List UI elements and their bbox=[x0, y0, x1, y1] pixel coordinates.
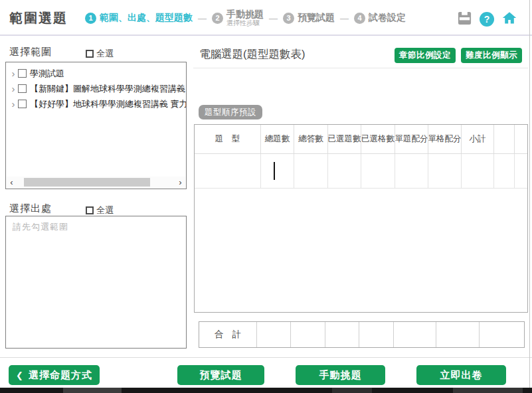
back-to-method-button[interactable]: ❮ 選擇命題方式 bbox=[9, 365, 100, 385]
difficulty-ratio-button[interactable]: 難度比例顯示 bbox=[461, 48, 522, 63]
horizontal-scrollbar[interactable]: ‹ › bbox=[7, 177, 185, 188]
total-cell bbox=[325, 322, 359, 347]
step-separator: — bbox=[269, 13, 278, 23]
range-listbox: › 學測試題 › 【新關鍵】圖解地球科學學測總複習講義 › 【好好學】地球科學學… bbox=[5, 62, 187, 189]
tree-item-label: 【好好學】地球科學學測總複習講義 實力 bbox=[30, 98, 186, 110]
total-row: 合 計 bbox=[199, 321, 525, 348]
step-1-range[interactable]: 1 範圍、出處、題型題數 bbox=[85, 12, 193, 24]
total-row-label: 合 計 bbox=[199, 322, 257, 347]
footer-divider bbox=[0, 357, 532, 358]
expand-chevron-icon[interactable]: › bbox=[9, 96, 18, 112]
question-order-preset-button[interactable]: 題型順序預設 bbox=[199, 105, 262, 119]
scroll-right-button[interactable]: › bbox=[175, 177, 185, 188]
chapter-ratio-button[interactable]: 章節比例設定 bbox=[395, 48, 456, 63]
table-input-cell[interactable] bbox=[462, 154, 494, 189]
column-header-selected-questions: 已選題數 bbox=[328, 125, 361, 154]
tree-item-checkbox[interactable] bbox=[18, 69, 27, 78]
step-2-manual-pick[interactable]: 2 手動挑題 選擇性步驟 bbox=[212, 9, 264, 27]
table-input-cell[interactable] bbox=[494, 154, 515, 189]
expand-chevron-icon[interactable]: › bbox=[9, 66, 18, 81]
column-header-points-per-blank: 單格配分 bbox=[428, 125, 462, 154]
table-input-cell[interactable] bbox=[428, 154, 462, 189]
back-button-label: 選擇命題方式 bbox=[29, 369, 92, 382]
table-input-cell[interactable] bbox=[328, 154, 361, 189]
background-page-fragment bbox=[332, 388, 372, 393]
page-title: 範圍選題 bbox=[9, 9, 68, 27]
expand-chevron-icon[interactable]: › bbox=[9, 81, 18, 96]
tree-item-label: 【新關鍵】圖解地球科學學測總複習講義 bbox=[30, 83, 185, 95]
source-select-all-checkbox[interactable] bbox=[86, 206, 94, 214]
table-input-cell[interactable] bbox=[294, 154, 328, 189]
home-icon[interactable] bbox=[501, 10, 517, 29]
step-2-sublabel: 選擇性步驟 bbox=[226, 19, 264, 27]
question-type-table-header: 題 型 總題數 總答數 已選題數 已選格數 單題配分 單格配分 小計 bbox=[195, 125, 527, 154]
step-4-paper-settings[interactable]: 4 試卷設定 bbox=[354, 12, 406, 24]
total-cell bbox=[436, 322, 480, 347]
source-placeholder-text: 請先勾選範圍 bbox=[13, 221, 68, 233]
wizard-stepper: 1 範圍、出處、題型題數 — 2 手動挑題 選擇性步驟 — 3 預覽試題 — 4… bbox=[85, 0, 406, 36]
tree-item-checkbox[interactable] bbox=[18, 100, 27, 108]
table-input-cell[interactable] bbox=[195, 154, 261, 189]
range-select-all-checkbox[interactable] bbox=[86, 50, 94, 58]
window-right-border bbox=[529, 0, 530, 388]
scroll-left-button[interactable]: ‹ bbox=[7, 177, 17, 188]
preview-questions-button[interactable]: 預覽試題 bbox=[177, 365, 264, 385]
range-tree: › 學測試題 › 【新關鍵】圖解地球科學學測總複習講義 › 【好好學】地球科學學… bbox=[6, 62, 186, 112]
total-cell bbox=[394, 322, 436, 347]
table-input-cell[interactable] bbox=[515, 154, 527, 189]
step-1-badge: 1 bbox=[85, 13, 96, 24]
source-select-all-label: 全選 bbox=[96, 204, 114, 216]
step-1-label: 範圍、出處、題型題數 bbox=[100, 12, 193, 24]
total-cell bbox=[480, 322, 524, 347]
background-page-fragment bbox=[63, 388, 122, 393]
step-separator: — bbox=[198, 13, 207, 23]
text-caret bbox=[274, 162, 275, 180]
total-cell bbox=[257, 322, 291, 347]
tree-item-new-key-book[interactable]: › 【新關鍵】圖解地球科學學測總複習講義 bbox=[9, 81, 186, 96]
manual-pick-button[interactable]: 手動挑題 bbox=[296, 365, 385, 385]
range-select-all-label: 全選 bbox=[96, 48, 114, 60]
source-listbox: 請先勾選範圍 bbox=[5, 216, 187, 349]
exam-builder-app: 範圍選題 1 範圍、出處、題型題數 — 2 手動挑題 選擇性步驟 — 3 預覽試… bbox=[0, 0, 532, 393]
step-3-preview[interactable]: 3 預覽試題 bbox=[283, 12, 335, 24]
step-4-label: 試卷設定 bbox=[369, 12, 406, 24]
table-input-cell[interactable] bbox=[361, 154, 395, 189]
column-header-points-per-question: 單題配分 bbox=[395, 125, 428, 154]
tree-item-label: 學測試題 bbox=[30, 68, 64, 80]
header-icons: ? bbox=[457, 10, 517, 29]
table-input-cell[interactable] bbox=[395, 154, 428, 189]
column-header-question-type: 題 型 bbox=[195, 125, 261, 154]
column-header-total-questions: 總題數 bbox=[261, 125, 294, 154]
range-select-all[interactable]: 全選 bbox=[86, 48, 114, 60]
column-header-selected-blanks: 已選格數 bbox=[361, 125, 395, 154]
chevron-left-icon: ❮ bbox=[16, 370, 24, 380]
step-2-label: 手動挑題 bbox=[226, 9, 264, 19]
header: 範圍選題 1 範圍、出處、題型題數 — 2 手動挑題 選擇性步驟 — 3 預覽試… bbox=[0, 0, 532, 36]
background-page-fragment bbox=[453, 388, 523, 393]
column-header-empty-1 bbox=[494, 125, 515, 154]
table-input-cell[interactable] bbox=[261, 154, 294, 189]
step-2-badge: 2 bbox=[212, 13, 223, 24]
scrollbar-thumb[interactable] bbox=[24, 178, 150, 187]
column-header-empty-2 bbox=[515, 125, 527, 154]
column-header-total-answers: 總答數 bbox=[294, 125, 328, 154]
save-icon[interactable] bbox=[457, 11, 472, 29]
right-panel-divider bbox=[193, 68, 528, 68]
tree-item-checkbox[interactable] bbox=[18, 84, 27, 93]
source-section-title: 選擇出處 bbox=[9, 202, 52, 215]
step-4-badge: 4 bbox=[354, 13, 365, 24]
generate-paper-button[interactable]: 立即出卷 bbox=[416, 365, 506, 385]
column-header-subtotal: 小計 bbox=[462, 125, 494, 154]
total-cell bbox=[359, 322, 394, 347]
question-type-table: 題 型 總題數 總答數 已選題數 已選格數 單題配分 單格配分 小計 bbox=[194, 124, 528, 313]
question-type-table-row bbox=[195, 154, 527, 189]
right-panel-title: 電腦選題(題型題數表) bbox=[199, 47, 306, 62]
help-icon[interactable]: ? bbox=[480, 12, 494, 27]
background-page-strip bbox=[0, 388, 532, 393]
tree-item-exam-questions[interactable]: › 學測試題 bbox=[9, 66, 186, 81]
total-cell bbox=[291, 322, 325, 347]
source-select-all[interactable]: 全選 bbox=[86, 204, 114, 216]
tree-item-good-study-book[interactable]: › 【好好學】地球科學學測總複習講義 實力 bbox=[9, 96, 186, 112]
scrollbar-track[interactable] bbox=[17, 177, 175, 188]
step-3-badge: 3 bbox=[283, 13, 294, 24]
